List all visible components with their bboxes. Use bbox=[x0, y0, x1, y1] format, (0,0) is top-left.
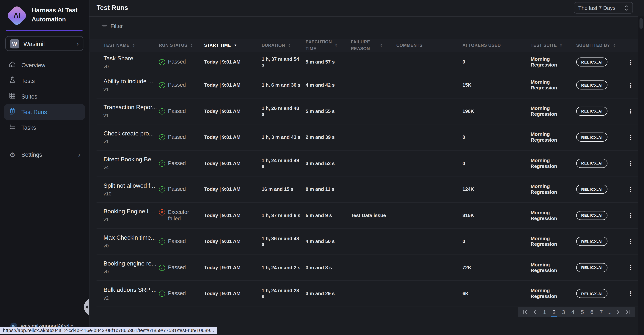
column-header-test_suite[interactable]: TEST SUITE▲▼ bbox=[531, 42, 576, 49]
submitted-by-badge: RELICX.AI bbox=[576, 185, 608, 194]
sidebar-item-test-runs[interactable]: Test Runs bbox=[4, 104, 85, 120]
workspace-selector[interactable]: W Wasimil › bbox=[6, 36, 84, 51]
column-header-start_time[interactable]: START TIME▼ bbox=[204, 42, 262, 49]
filter-button[interactable]: Filter bbox=[102, 23, 123, 29]
filter-label: Filter bbox=[110, 23, 123, 29]
page-number-4[interactable]: 4 bbox=[570, 308, 576, 316]
table-body: Task Sharev0✓PassedToday | 9:01 AM1 h, 3… bbox=[89, 52, 644, 307]
table-row[interactable]: Check create pro...v1✓PassedToday | 9:01… bbox=[96, 124, 638, 150]
row-menu-button[interactable]: ⋮ bbox=[626, 107, 636, 115]
start-time-cell: Today | 9:01 AM bbox=[204, 59, 262, 65]
test-name-cell: Check create pro...v1 bbox=[104, 130, 159, 144]
row-menu-button[interactable]: ⋮ bbox=[626, 212, 636, 219]
test-name[interactable]: Booking engine re... bbox=[104, 260, 154, 267]
sidebar-item-overview[interactable]: Overview bbox=[4, 57, 85, 73]
row-menu-button[interactable]: ⋮ bbox=[626, 264, 636, 272]
table-row[interactable]: Split not allowed f...v10✓PassedToday | … bbox=[96, 176, 638, 203]
run-status-text: Passed bbox=[168, 108, 186, 115]
page-number-2[interactable]: 2 bbox=[551, 308, 557, 316]
table-row[interactable]: Max Checkin time...v0✓PassedToday | 9:01… bbox=[96, 229, 638, 255]
page-number-1[interactable]: 1 bbox=[541, 308, 548, 316]
sidebar-item-suites[interactable]: Suites bbox=[4, 89, 85, 104]
test-name[interactable]: Ability to include ... bbox=[104, 78, 154, 84]
table-row[interactable]: Direct Booking Be...v4✓PassedToday | 9:0… bbox=[96, 150, 638, 176]
sort-icon: ▲▼ bbox=[613, 44, 616, 47]
ai-tokens-cell: 196K bbox=[462, 108, 531, 114]
row-menu-button[interactable]: ⋮ bbox=[626, 81, 636, 89]
table-header-row: TEST NAME▲▼RUN STATUS▲▼START TIME▼DURATI… bbox=[89, 39, 644, 52]
sort-icon: ▲▼ bbox=[560, 44, 562, 47]
row-menu-button[interactable]: ⋮ bbox=[626, 185, 636, 193]
row-menu-button[interactable]: ⋮ bbox=[626, 159, 636, 167]
main-content: Test Runs The last 7 Days Filter TEST NA… bbox=[89, 0, 644, 335]
tasks-icon bbox=[8, 123, 16, 132]
test-name[interactable]: Direct Booking Be... bbox=[104, 156, 154, 163]
duration-cell: 1 h, 37 m and 6 s bbox=[262, 212, 306, 218]
column-header-test_name[interactable]: TEST NAME▲▼ bbox=[104, 42, 159, 49]
next-page-button[interactable] bbox=[614, 308, 621, 316]
page-number-6[interactable]: 6 bbox=[588, 308, 595, 316]
test-name[interactable]: Max Checkin time... bbox=[104, 234, 154, 241]
ai-tokens-cell: 6K bbox=[462, 291, 531, 297]
sidebar-item-label: Suites bbox=[22, 93, 38, 100]
test-name[interactable]: Transaction Repor... bbox=[104, 104, 154, 110]
prev-page-button[interactable] bbox=[532, 308, 538, 316]
status-passed-icon: ✓ bbox=[159, 291, 165, 297]
column-header-duration[interactable]: DURATION▲▼ bbox=[262, 42, 306, 49]
column-header-failure_reason[interactable]: FAILURE REASON▲▼ bbox=[351, 39, 396, 52]
table-row[interactable]: Task Sharev0✓PassedToday | 9:01 AM1 h, 3… bbox=[96, 52, 638, 72]
sidebar-item-tests[interactable]: Tests bbox=[4, 73, 85, 89]
status-passed-icon: ✓ bbox=[159, 82, 165, 88]
submitted-by-cell: RELICX.AI bbox=[576, 237, 626, 246]
last-page-button[interactable] bbox=[624, 308, 630, 316]
row-menu-button[interactable]: ⋮ bbox=[626, 238, 636, 245]
sort-icon: ▲▼ bbox=[335, 44, 338, 47]
table-row[interactable]: Booking Engine L...v1✕Executor failedTod… bbox=[96, 203, 638, 229]
submitted-by-badge: RELICX.AI bbox=[576, 237, 608, 246]
row-menu-button[interactable]: ⋮ bbox=[626, 133, 636, 141]
start-time-cell: Today | 9:01 AM bbox=[204, 239, 262, 244]
status-passed-icon: ✓ bbox=[159, 59, 165, 65]
test-runs-icon bbox=[8, 107, 16, 116]
execution-time-cell: 4 m and 42 s bbox=[306, 82, 351, 88]
submitted-by-cell: RELICX.AI bbox=[576, 185, 626, 194]
row-menu-button[interactable]: ⋮ bbox=[626, 58, 636, 66]
sidebar-item-tasks[interactable]: Tasks bbox=[4, 120, 85, 135]
column-header-run_status[interactable]: RUN STATUS▲▼ bbox=[159, 42, 204, 49]
flask-icon bbox=[8, 76, 16, 85]
start-time-cell: Today | 9:01 AM bbox=[204, 291, 262, 297]
status-passed-icon: ✓ bbox=[159, 160, 165, 166]
first-page-button[interactable] bbox=[522, 308, 529, 316]
table-row[interactable]: Booking engine re...v0✓PassedToday | 9:0… bbox=[96, 255, 638, 281]
test-name[interactable]: Booking Engine L... bbox=[104, 208, 154, 215]
scrollbar-thumb[interactable] bbox=[640, 18, 643, 29]
duration-cell: 1 h, 36 m and 48 s bbox=[262, 236, 306, 247]
scrollbar-track[interactable] bbox=[638, 16, 644, 335]
table-row[interactable]: Bulk addons SRP ...v2✓PassedToday | 9:01… bbox=[96, 281, 638, 307]
row-actions-cell: ⋮ bbox=[626, 238, 638, 245]
column-header-submitted_by[interactable]: SUBMITTED BY▲▼ bbox=[576, 42, 626, 49]
table-row[interactable]: Ability to include ...v1✓PassedToday | 9… bbox=[96, 72, 638, 98]
column-label: AI TOKENS USED bbox=[462, 42, 500, 49]
row-menu-button[interactable]: ⋮ bbox=[626, 290, 636, 298]
test-name[interactable]: Bulk addons SRP ... bbox=[104, 286, 154, 293]
sidebar-collapse-handle[interactable] bbox=[84, 298, 89, 316]
date-range-select[interactable]: The last 7 Days bbox=[574, 2, 633, 13]
column-header-execution_time[interactable]: EXECUTION TIME▲▼ bbox=[306, 39, 351, 52]
page-number-3[interactable]: 3 bbox=[560, 308, 567, 316]
test-name[interactable]: Split not allowed f... bbox=[104, 182, 154, 189]
test-suite-cell: Morning Regression bbox=[531, 131, 576, 143]
test-name[interactable]: Check create pro... bbox=[104, 130, 154, 137]
gear-icon: ⚙ bbox=[8, 151, 16, 159]
run-status-text: Passed bbox=[168, 186, 186, 193]
table-row[interactable]: Transaction Repor...v1✓PassedToday | 9:0… bbox=[96, 98, 638, 124]
run-status-cell: ✓Passed bbox=[159, 264, 204, 271]
ai-tokens-cell: 124K bbox=[462, 187, 531, 192]
failure-reason-cell: Test Data issue bbox=[351, 212, 396, 218]
test-name[interactable]: Task Share bbox=[104, 55, 154, 61]
run-status-text: Passed bbox=[168, 264, 186, 271]
page-number-5[interactable]: 5 bbox=[579, 308, 586, 316]
duration-cell: 1 h, 26 m and 48 s bbox=[262, 105, 306, 117]
page-number-7[interactable]: 7 bbox=[598, 308, 604, 316]
sidebar-item-settings[interactable]: ⚙ Settings › bbox=[4, 147, 85, 163]
